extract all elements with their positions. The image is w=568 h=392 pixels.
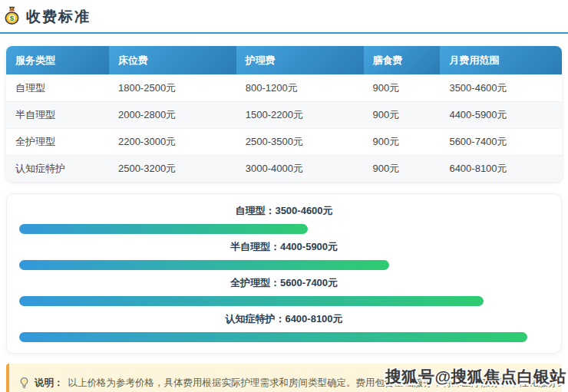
table-cell: 900元 — [364, 75, 441, 102]
table-row: 全护理型2200-3000元2500-3500元900元5600-7400元 — [6, 129, 562, 156]
table-cell: 5600-7400元 — [440, 129, 562, 156]
table-cell: 2500-3200元 — [109, 156, 236, 183]
lightbulb-icon — [18, 377, 30, 390]
table-row: 认知症特护2500-3200元3000-4000元900元6400-8100元 — [6, 156, 562, 183]
title-divider — [0, 32, 568, 34]
table-row: 自理型1800-2500元800-1200元900元3500-4600元 — [6, 75, 562, 102]
bar-group-0: 自理型：3500-4600元 — [19, 205, 549, 234]
bar-label: 自理型：3500-4600元 — [19, 205, 549, 217]
table-cell: 800-1200元 — [236, 75, 364, 102]
bar-label: 全护理型：5600-7400元 — [19, 277, 549, 289]
table-cell: 900元 — [364, 102, 441, 129]
bar-2 — [19, 296, 484, 306]
column-header-3: 膳食费 — [364, 46, 441, 75]
table-cell: 自理型 — [6, 75, 109, 102]
watermark: 搜狐号@搜狐焦点白银站 — [385, 366, 566, 387]
fee-table: 服务类型床位费护理费膳食费月费用范围 自理型1800-2500元800-1200… — [6, 46, 562, 182]
bar-1 — [19, 260, 389, 270]
fee-range-chart: 自理型：3500-4600元半自理型：4400-5900元全护理型：5600-7… — [6, 193, 562, 354]
table-cell: 全护理型 — [6, 129, 109, 156]
table-cell: 900元 — [364, 156, 441, 183]
column-header-2: 护理费 — [236, 46, 364, 75]
column-header-1: 床位费 — [109, 46, 236, 75]
bar-group-3: 认知症特护：6400-8100元 — [19, 313, 549, 342]
note-label: 说明： — [35, 377, 64, 390]
table-cell: 3500-4600元 — [440, 75, 562, 102]
money-bag-icon: $ — [3, 6, 21, 28]
table-cell: 认知症特护 — [6, 156, 109, 183]
bar-3 — [19, 332, 527, 342]
bar-group-2: 全护理型：5600-7400元 — [19, 277, 549, 306]
table-cell: 半自理型 — [6, 102, 109, 129]
table-cell: 2000-2800元 — [109, 102, 236, 129]
page: $ 收费标准 服务类型床位费护理费膳食费月费用范围 自理型1800-2500元8… — [0, 0, 568, 392]
page-header: $ 收费标准 — [0, 0, 568, 28]
bar-group-1: 半自理型：4400-5900元 — [19, 241, 549, 270]
bar-label: 半自理型：4400-5900元 — [19, 241, 549, 253]
bar-label: 认知症特护：6400-8100元 — [19, 313, 549, 325]
table-header-row: 服务类型床位费护理费膳食费月费用范围 — [6, 46, 562, 75]
page-title: 收费标准 — [26, 7, 91, 27]
svg-text:$: $ — [10, 14, 15, 22]
bar-track — [19, 260, 527, 270]
table-cell: 1800-2500元 — [109, 75, 236, 102]
bar-track — [19, 224, 527, 234]
column-header-4: 月费用范围 — [440, 46, 562, 75]
table-cell: 2500-3500元 — [236, 129, 364, 156]
bar-track — [19, 332, 527, 342]
table-cell: 2200-3000元 — [109, 129, 236, 156]
bar-track — [19, 296, 527, 306]
table-cell: 3000-4000元 — [236, 156, 364, 183]
fee-table-card: 服务类型床位费护理费膳食费月费用范围 自理型1800-2500元800-1200… — [6, 46, 562, 182]
column-header-0: 服务类型 — [6, 46, 109, 75]
table-cell: 4400-5900元 — [440, 102, 562, 129]
table-cell: 1500-2200元 — [236, 102, 364, 129]
table-cell: 6400-8100元 — [440, 156, 562, 183]
table-row: 半自理型2000-2800元1500-2200元900元4400-5900元 — [6, 102, 562, 129]
bar-0 — [19, 224, 308, 234]
table-cell: 900元 — [364, 129, 441, 156]
